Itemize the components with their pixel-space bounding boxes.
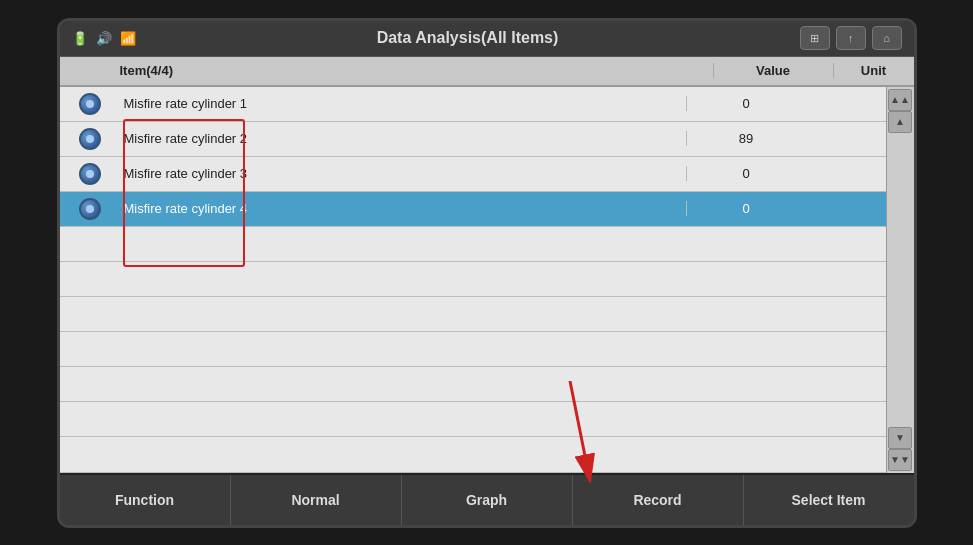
row-value: 0: [686, 201, 806, 216]
row-icon-cell: [60, 198, 120, 220]
main-content: Item(4/4) Value Unit Misfire rate cylind…: [60, 57, 914, 473]
upload-button[interactable]: ↑: [836, 26, 866, 50]
table-body: Misfire rate cylinder 1 0 Misfire rate c…: [60, 87, 886, 473]
wifi-icon: 📶: [120, 31, 136, 46]
row-icon-cell: [60, 93, 120, 115]
row-icon-cell: [60, 163, 120, 185]
table-row-empty: [60, 367, 886, 402]
home-button[interactable]: ⌂: [872, 26, 902, 50]
scrollbar: ▲▲ ▲ ▼ ▼▼: [886, 87, 914, 473]
row-select-icon: [79, 163, 101, 185]
page-title: Data Analysis(All Items): [136, 29, 800, 47]
table-row-empty: [60, 402, 886, 437]
table-row-empty: [60, 437, 886, 472]
function-button[interactable]: Function: [60, 475, 231, 525]
row-name: Misfire rate cylinder 4: [120, 201, 686, 216]
column-header-item: Item(4/4): [60, 63, 714, 78]
speaker-icon: 🔊: [96, 31, 112, 46]
row-value: 89: [686, 131, 806, 146]
scroll-down-button[interactable]: ▼: [888, 427, 912, 449]
graph-button[interactable]: Graph: [402, 475, 573, 525]
screen-button[interactable]: ⊞: [800, 26, 830, 50]
table-row[interactable]: Misfire rate cylinder 2 89: [60, 122, 886, 157]
status-icons: 🔋 🔊 📶: [72, 31, 136, 46]
table-row[interactable]: Misfire rate cylinder 3 0: [60, 157, 886, 192]
record-button[interactable]: Record: [573, 475, 744, 525]
row-icon-cell: [60, 128, 120, 150]
row-value: 0: [686, 96, 806, 111]
row-name: Misfire rate cylinder 1: [120, 96, 686, 111]
row-select-icon: [79, 128, 101, 150]
scroll-bottom-button[interactable]: ▼▼: [888, 449, 912, 471]
column-header-value: Value: [714, 63, 834, 78]
table-row[interactable]: Misfire rate cylinder 1 0: [60, 87, 886, 122]
row-name: Misfire rate cylinder 2: [120, 131, 686, 146]
row-select-icon: [79, 93, 101, 115]
row-value: 0: [686, 166, 806, 181]
normal-button[interactable]: Normal: [231, 475, 402, 525]
select-item-button[interactable]: Select Item: [744, 475, 914, 525]
scroll-top-button[interactable]: ▲▲: [888, 89, 912, 111]
column-header-unit: Unit: [834, 63, 914, 78]
battery-icon: 🔋: [72, 31, 88, 46]
table-row-highlighted[interactable]: Misfire rate cylinder 4 0: [60, 192, 886, 227]
bottom-toolbar: Function Normal Graph Record Select Item: [60, 473, 914, 525]
table-scroll-area: Misfire rate cylinder 1 0 Misfire rate c…: [60, 87, 914, 473]
table-row-empty: [60, 262, 886, 297]
status-right-buttons: ⊞ ↑ ⌂: [800, 26, 902, 50]
scroll-up-button[interactable]: ▲: [888, 111, 912, 133]
device-frame: 🔋 🔊 📶 Data Analysis(All Items) ⊞ ↑ ⌂ Ite…: [57, 18, 917, 528]
row-select-icon: [79, 198, 101, 220]
status-bar: 🔋 🔊 📶 Data Analysis(All Items) ⊞ ↑ ⌂: [60, 21, 914, 57]
table-row-empty: [60, 227, 886, 262]
row-name: Misfire rate cylinder 3: [120, 166, 686, 181]
table-header: Item(4/4) Value Unit: [60, 57, 914, 87]
table-row-empty: [60, 332, 886, 367]
table-row-empty: [60, 297, 886, 332]
